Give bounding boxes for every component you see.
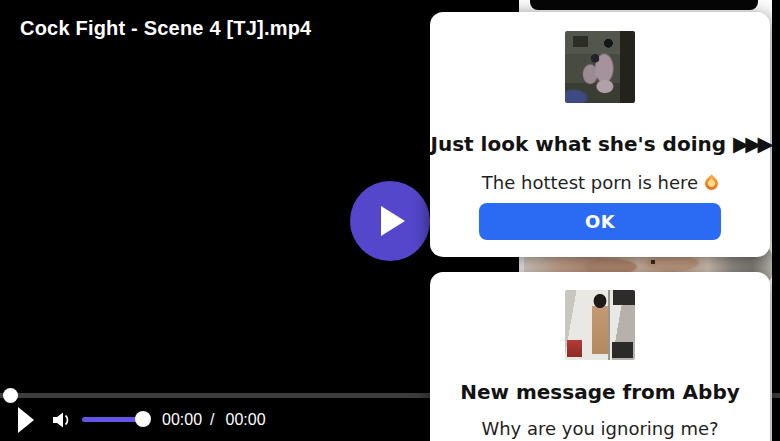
- big-play-button[interactable]: [350, 181, 430, 261]
- play-button[interactable]: [18, 407, 34, 433]
- offer-subtitle: The hottest porn is here: [430, 172, 770, 193]
- triple-arrow-icon: ▶▶▶: [733, 132, 769, 156]
- page: Cock Fight - Scene 4 [TJ].mp4 00:00/00:0…: [0, 0, 780, 441]
- message-thumbnail[interactable]: [565, 290, 635, 360]
- play-icon: [381, 206, 405, 236]
- video-title: Cock Fight - Scene 4 [TJ].mp4: [20, 17, 311, 40]
- offer-title: Just look what she's doing▶▶▶: [430, 132, 770, 156]
- popup-offer-dialog: Just look what she's doing▶▶▶ The hottes…: [430, 12, 770, 257]
- popup-message-dialog: New message from Abby Why are you ignori…: [430, 272, 770, 441]
- time-display: 00:00/00:00: [162, 411, 266, 429]
- progress-knob[interactable]: [3, 388, 18, 403]
- current-time: 00:00: [162, 411, 202, 428]
- message-body: Why are you ignoring me?: [430, 418, 770, 439]
- offer-thumbnail[interactable]: [565, 31, 635, 103]
- volume-knob[interactable]: [135, 411, 151, 427]
- ok-button[interactable]: OK: [479, 203, 721, 240]
- message-title: New message from Abby: [430, 380, 770, 404]
- volume-button[interactable]: [52, 411, 72, 429]
- fire-icon: [702, 174, 720, 192]
- sidebar-video-thumbnail-top[interactable]: [530, 0, 758, 10]
- time-separator: /: [210, 411, 214, 429]
- speaker-low-icon: [52, 411, 72, 429]
- duration: 00:00: [226, 411, 266, 428]
